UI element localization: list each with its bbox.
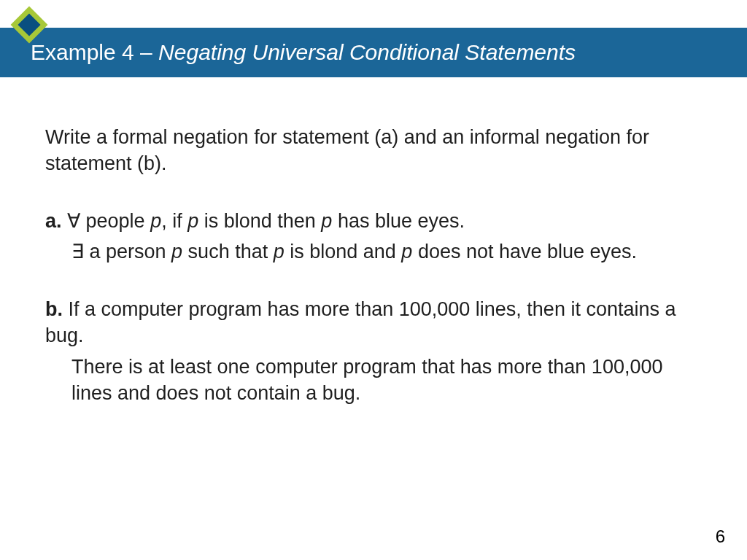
item-a-label: a. (45, 210, 62, 232)
item-a-negation: ∃ a person p such that p is blond and p … (45, 238, 696, 265)
item-b-statement: b. If a computer program has more than 1… (45, 296, 696, 349)
exists-symbol: ∃ (71, 241, 84, 262)
title-prefix: Example 4 – (31, 40, 158, 64)
diamond-bullet-icon (9, 4, 50, 45)
item-a-statement: a. ∀ people p, if p is blond then p has … (45, 208, 696, 234)
page-number: 6 (716, 526, 725, 547)
slide-body: Write a formal negation for statement (a… (45, 124, 696, 438)
item-b-label: b. (45, 298, 63, 320)
forall-symbol: ∀ (67, 210, 80, 232)
title-subject: Negating Universal Conditional Statement… (158, 40, 576, 64)
item-b-negation: There is at least one computer program t… (45, 354, 696, 407)
intro-text: Write a formal negation for statement (a… (45, 124, 696, 177)
item-b: b. If a computer program has more than 1… (45, 296, 696, 407)
item-a: a. ∀ people p, if p is blond then p has … (45, 208, 696, 265)
slide-title: Example 4 – Negating Universal Condition… (31, 40, 576, 65)
slide-title-bar: Example 4 – Negating Universal Condition… (0, 28, 747, 77)
